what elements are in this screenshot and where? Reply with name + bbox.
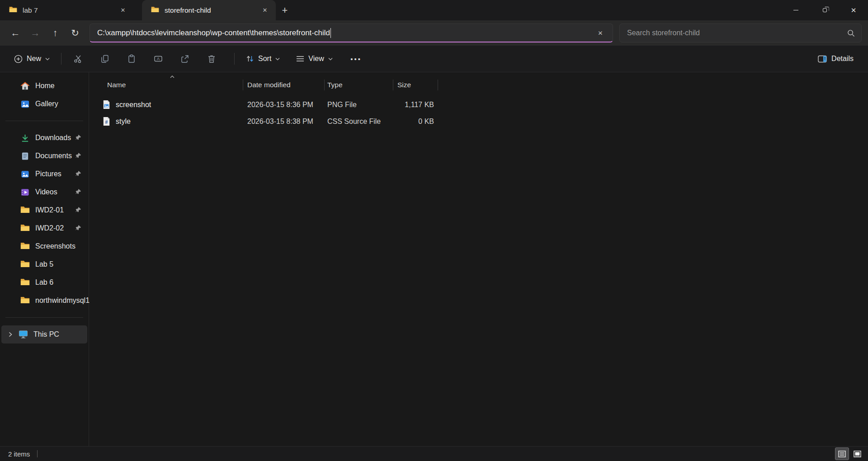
home-icon <box>20 81 30 91</box>
column-header-name[interactable]: Name <box>89 80 243 90</box>
chevron-down-icon <box>328 57 333 61</box>
minimize-button[interactable] <box>781 0 810 20</box>
pin-icon <box>75 207 81 213</box>
folder-icon <box>151 6 159 15</box>
folder-icon <box>20 242 30 251</box>
copy-icon <box>100 54 109 63</box>
maximize-restore-button[interactable] <box>810 0 839 20</box>
forward-button[interactable]: → <box>25 24 45 42</box>
sidebar-item-lab5[interactable]: Lab 5 <box>1 255 87 273</box>
gallery-icon <box>20 99 30 109</box>
view-button-label: View <box>308 55 324 63</box>
paste-button[interactable] <box>121 50 142 68</box>
plus-circle-icon <box>14 55 23 63</box>
item-count: 2 items <box>8 450 30 458</box>
share-button[interactable] <box>175 50 195 68</box>
column-header-date-modified[interactable]: Date modified <box>243 80 325 90</box>
chevron-right-icon[interactable] <box>8 332 13 337</box>
svg-text:A: A <box>157 56 160 61</box>
sidebar-item-iwd2-02[interactable]: IWD2-02 <box>1 219 87 237</box>
thumbnail-view-icon <box>854 451 861 457</box>
search-input[interactable]: Search storefront-child <box>619 24 862 42</box>
file-date-modified: 2026-03-15 8:36 PM <box>243 101 325 109</box>
chevron-down-icon <box>45 57 50 61</box>
sidebar-item-videos[interactable]: Videos <box>1 183 87 201</box>
tab-close-icon[interactable]: ✕ <box>259 4 271 17</box>
new-button[interactable]: New <box>9 51 55 67</box>
sidebar-item-label: Videos <box>35 188 57 196</box>
sidebar-item-northwindmysql1[interactable]: northwindmysql1 <box>1 292 87 310</box>
column-header-type[interactable]: Type <box>325 80 393 90</box>
pin-icon <box>75 225 81 231</box>
table-row[interactable]: # style 2026-03-15 8:38 PM CSS Source Fi… <box>89 113 868 130</box>
sidebar-item-label: Gallery <box>35 100 58 108</box>
folder-icon <box>20 224 30 233</box>
back-button[interactable]: ← <box>5 24 25 42</box>
sidebar-item-screenshots[interactable]: Screenshots <box>1 237 87 255</box>
tab-close-icon[interactable]: ✕ <box>117 4 129 17</box>
sidebar-item-label: Lab 6 <box>35 278 53 287</box>
share-icon <box>180 54 189 63</box>
status-bar: 2 items <box>0 446 868 461</box>
search-icon <box>847 29 855 37</box>
cut-button[interactable] <box>68 50 89 68</box>
downloads-icon <box>20 133 30 143</box>
clear-address-icon[interactable]: ✕ <box>594 26 607 40</box>
sidebar-item-iwd2-01[interactable]: IWD2-01 <box>1 201 87 219</box>
details-view-button[interactable] <box>835 447 849 460</box>
text-caret <box>330 28 331 38</box>
sidebar-item-downloads[interactable]: Downloads <box>1 129 87 147</box>
view-button[interactable]: View <box>291 51 337 66</box>
pin-icon <box>75 189 81 195</box>
file-date-modified: 2026-03-15 8:38 PM <box>243 118 325 126</box>
delete-button[interactable] <box>201 50 222 68</box>
refresh-button[interactable]: ↻ <box>65 24 85 42</box>
view-toggle-group <box>835 447 864 460</box>
details-button-label: Details <box>831 55 854 63</box>
sidebar-item-label: IWD2-02 <box>35 224 64 232</box>
navigation-pane: Home Gallery Downloads Document <box>0 72 89 446</box>
sidebar-item-documents[interactable]: Documents <box>1 147 87 165</box>
new-tab-button[interactable]: + <box>276 0 294 20</box>
up-button[interactable]: ↑ <box>45 24 65 42</box>
sidebar-item-lab6[interactable]: Lab 6 <box>1 273 87 292</box>
details-pane-button[interactable]: Details <box>813 51 858 66</box>
pictures-icon <box>20 169 30 179</box>
pin-icon <box>75 135 81 141</box>
tab-lab7[interactable]: lab 7 ✕ <box>0 0 134 20</box>
status-separator <box>37 450 38 457</box>
this-pc-icon <box>19 330 28 339</box>
sidebar-separator <box>5 121 83 121</box>
copy-button[interactable] <box>94 50 115 68</box>
sidebar-item-gallery[interactable]: Gallery <box>1 95 87 113</box>
file-size: 0 KB <box>393 118 438 126</box>
new-button-label: New <box>27 55 41 63</box>
rename-button[interactable]: A <box>148 50 169 68</box>
paste-icon <box>127 54 136 63</box>
trash-icon <box>207 54 216 63</box>
sidebar-item-home[interactable]: Home <box>1 77 87 95</box>
file-size: 1,117 KB <box>393 101 438 109</box>
sort-button[interactable]: Sort <box>241 51 285 66</box>
details-view-icon <box>838 451 846 457</box>
folder-icon <box>20 260 30 269</box>
column-headers: Name Date modified Type Size <box>89 76 868 93</box>
sidebar-item-pictures[interactable]: Pictures <box>1 165 87 183</box>
documents-icon <box>20 151 30 161</box>
minimize-icon <box>793 10 798 10</box>
address-bar-input[interactable]: C:\xampp\htdocs\levimcleanshop\wp-conten… <box>90 24 613 42</box>
thumbnail-view-button[interactable] <box>850 447 864 460</box>
videos-icon <box>20 188 30 197</box>
sidebar-item-label: Lab 5 <box>35 260 53 268</box>
sidebar-item-this-pc[interactable]: This PC <box>1 325 87 343</box>
tab-label: storefront-child <box>165 6 259 14</box>
rename-icon: A <box>154 54 163 63</box>
see-more-button[interactable]: ••• <box>346 50 367 68</box>
close-button[interactable]: ✕ <box>839 0 868 20</box>
table-row[interactable]: screenshot 2026-03-15 8:36 PM PNG File 1… <box>89 96 868 113</box>
details-pane-icon <box>818 55 827 63</box>
tab-label: lab 7 <box>23 6 117 14</box>
column-header-size[interactable]: Size <box>393 80 438 90</box>
sort-button-label: Sort <box>258 55 271 63</box>
tab-storefront-child[interactable]: storefront-child ✕ <box>142 0 276 20</box>
